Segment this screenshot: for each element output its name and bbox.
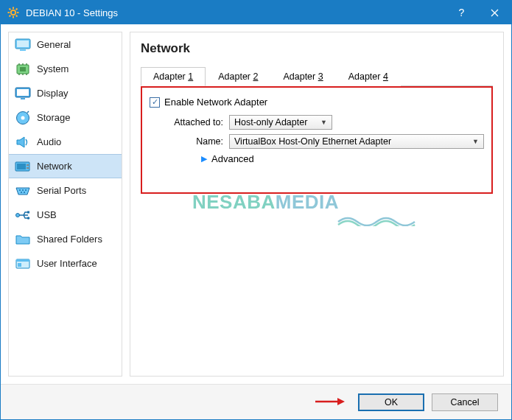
sidebar-item-general[interactable]: General xyxy=(9,32,122,57)
watermark: NESABAMEDIA xyxy=(192,191,339,214)
tab-adapter-4[interactable]: Adapter 4 xyxy=(336,67,401,86)
sidebar-item-network[interactable]: Network xyxy=(9,154,122,178)
sidebar-item-system[interactable]: System xyxy=(9,57,122,81)
svg-point-34 xyxy=(16,213,20,217)
cancel-button[interactable]: Cancel xyxy=(432,393,498,411)
close-button[interactable] xyxy=(478,1,511,24)
checkbox-icon: ✓ xyxy=(150,97,160,108)
tab-adapter-1[interactable]: Adapter 1 xyxy=(141,67,206,86)
main-panel: Network Adapter 1 Adapter 2 Adapter 3 Ad… xyxy=(130,32,504,377)
chip-icon xyxy=(15,62,31,77)
sidebar-label: Shared Folders xyxy=(37,234,102,245)
checkbox-label: Enable Network Adapter xyxy=(164,97,267,108)
svg-rect-27 xyxy=(27,164,29,166)
page-title: Network xyxy=(141,41,493,56)
svg-rect-28 xyxy=(27,167,29,169)
sidebar-item-user-interface[interactable]: User Interface xyxy=(9,251,122,276)
svg-point-0 xyxy=(11,10,15,15)
usb-icon xyxy=(15,208,31,223)
watermark-wave-icon xyxy=(337,213,418,226)
sidebar-label: User Interface xyxy=(37,258,97,269)
svg-rect-35 xyxy=(27,211,29,213)
svg-point-29 xyxy=(19,189,21,191)
svg-rect-21 xyxy=(17,89,29,96)
speaker-icon xyxy=(15,135,31,150)
tab-adapter-2[interactable]: Adapter 2 xyxy=(206,67,270,86)
sidebar-item-serial-ports[interactable]: Serial Ports xyxy=(9,178,122,203)
help-button[interactable]: ? xyxy=(445,1,478,24)
chevron-down-icon: ▼ xyxy=(320,119,327,126)
svg-line-6 xyxy=(16,15,18,17)
arrow-annotation-icon xyxy=(314,393,346,410)
dropdown-value: VirtualBox Host-Only Ethernet Adapter xyxy=(234,136,391,147)
display-icon xyxy=(15,86,31,101)
svg-line-5 xyxy=(10,9,11,10)
footer: OK Cancel xyxy=(1,384,511,419)
svg-point-24 xyxy=(21,116,25,119)
name-dropdown[interactable]: VirtualBox Host-Only Ethernet Adapter ▼ xyxy=(229,134,484,149)
tab-adapter-3[interactable]: Adapter 3 xyxy=(270,67,335,86)
svg-rect-38 xyxy=(16,259,29,262)
sidebar-label: Storage xyxy=(37,112,71,123)
attached-to-label: Attached to: xyxy=(150,117,229,127)
sidebar-label: USB xyxy=(37,209,57,220)
svg-point-30 xyxy=(22,189,24,191)
disk-icon xyxy=(15,111,31,125)
interface-icon xyxy=(15,256,31,271)
name-label: Name: xyxy=(150,136,229,147)
svg-point-31 xyxy=(25,189,27,191)
expand-arrow-icon: ▶ xyxy=(201,154,207,164)
gear-icon xyxy=(7,6,20,19)
svg-line-8 xyxy=(16,9,18,10)
svg-rect-11 xyxy=(20,49,26,51)
sidebar-label: System xyxy=(37,63,69,74)
attached-to-dropdown[interactable]: Host-only Adapter ▼ xyxy=(229,115,332,130)
adapter-tabs: Adapter 1 Adapter 2 Adapter 3 Adapter 4 xyxy=(141,66,493,86)
sidebar-item-usb[interactable]: USB xyxy=(9,203,122,227)
ok-button[interactable]: OK xyxy=(358,393,424,411)
titlebar: DEBIAN 10 - Settings ? xyxy=(1,1,511,24)
window-body: General System Display Storage Audio Net… xyxy=(1,24,511,384)
folder-icon xyxy=(15,232,31,247)
sidebar-item-audio[interactable]: Audio xyxy=(9,130,122,154)
svg-point-32 xyxy=(21,192,22,193)
sidebar-label: Serial Ports xyxy=(37,185,86,196)
advanced-label: Advanced xyxy=(211,153,254,164)
serial-port-icon xyxy=(15,183,31,198)
sidebar-label: General xyxy=(37,39,71,50)
svg-line-7 xyxy=(10,15,11,17)
sidebar-item-shared-folders[interactable]: Shared Folders xyxy=(9,227,122,251)
network-card-icon xyxy=(15,159,31,174)
sidebar: General System Display Storage Audio Net… xyxy=(8,32,122,377)
sidebar-label: Display xyxy=(37,88,69,99)
sidebar-item-display[interactable]: Display xyxy=(9,81,122,105)
settings-window: DEBIAN 10 - Settings ? General System Di… xyxy=(0,0,512,420)
svg-point-33 xyxy=(24,192,25,193)
svg-rect-10 xyxy=(17,41,29,47)
svg-rect-26 xyxy=(17,164,26,169)
svg-rect-39 xyxy=(18,263,21,267)
dropdown-value: Host-only Adapter xyxy=(234,117,307,127)
svg-rect-22 xyxy=(21,98,25,99)
advanced-expander[interactable]: ▶ Advanced xyxy=(201,153,484,164)
sidebar-label: Network xyxy=(37,161,72,172)
enable-adapter-checkbox[interactable]: ✓ Enable Network Adapter xyxy=(150,97,484,108)
svg-rect-13 xyxy=(20,67,26,71)
highlight-annotation: ✓ Enable Network Adapter Attached to: Ho… xyxy=(141,86,493,194)
sidebar-item-storage[interactable]: Storage xyxy=(9,105,122,130)
svg-point-36 xyxy=(27,217,30,220)
window-title: DEBIAN 10 - Settings xyxy=(26,7,445,18)
sidebar-label: Audio xyxy=(37,136,61,147)
chevron-down-icon: ▼ xyxy=(472,138,479,145)
monitor-icon xyxy=(15,38,31,52)
